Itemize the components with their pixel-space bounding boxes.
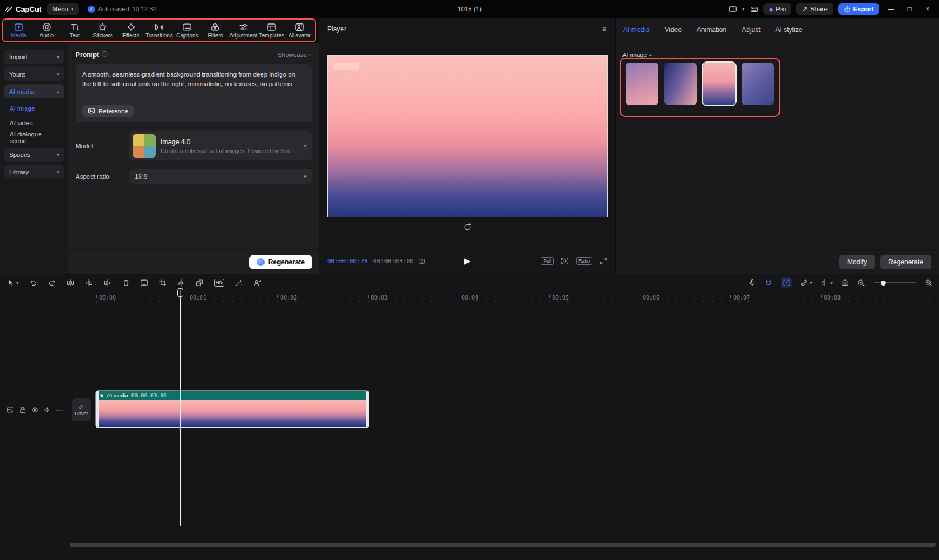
ruler-label: 00:07 [733, 295, 750, 301]
minimize-button[interactable]: — [884, 5, 898, 13]
zoom-slider-handle[interactable] [881, 281, 886, 286]
zoom-in-icon[interactable] [924, 279, 932, 287]
trim-left-icon[interactable] [85, 279, 93, 287]
aspect-ratio-select[interactable]: 16:9 ▾ [129, 169, 312, 184]
keyboard-shortcuts-icon[interactable] [750, 5, 758, 13]
tab-adjustment[interactable]: Adjustment [229, 20, 257, 41]
link-icon[interactable]: ▾ [800, 279, 813, 287]
add-person-icon[interactable] [253, 279, 261, 287]
sidebar-item-ai-image[interactable]: AI image [4, 102, 64, 115]
fullscreen-icon[interactable] [600, 257, 607, 265]
regenerate-button-panel[interactable]: Regenerate [880, 255, 931, 269]
sidebar-item-ai-video[interactable]: AI video [4, 116, 64, 130]
tab-animation[interactable]: Animation [697, 26, 726, 34]
timeline-clip-ai-media[interactable]: ◆ AI media 00:00:03:00 [96, 391, 368, 427]
cover-button[interactable]: Cover [72, 398, 91, 421]
sidebar-item-ai-media[interactable]: AI media ▴ [4, 84, 64, 98]
ai-image-thumb-4[interactable] [742, 63, 774, 105]
tab-media[interactable]: Media [4, 20, 32, 41]
player-menu-icon[interactable]: ≡ [602, 25, 606, 33]
maximize-button[interactable]: □ [903, 5, 916, 13]
model-select[interactable]: Image 4.0 Create a cohesive set of image… [129, 131, 312, 160]
tab-ai-avatar[interactable]: AI avatar [286, 20, 314, 41]
sidebar-item-spaces[interactable]: Spaces ▾ [4, 148, 64, 162]
eye-icon[interactable] [31, 406, 39, 414]
focus-icon[interactable] [561, 257, 569, 265]
select-tool-icon[interactable]: ▾ [7, 279, 19, 287]
full-quality-badge[interactable]: Full [541, 257, 554, 265]
rotate-icon[interactable] [463, 222, 472, 231]
tab-templates[interactable]: Templates [257, 20, 285, 41]
timeline-ruler[interactable]: 00:00 00:01 00:02 00:03 00:04 00:05 00:0… [0, 292, 939, 303]
snap-icon[interactable] [781, 277, 792, 288]
watermark-badge [333, 63, 359, 70]
track-thumbnail-icon[interactable] [7, 406, 14, 414]
mic-icon[interactable] [748, 279, 756, 287]
tab-video[interactable]: Video [664, 26, 681, 34]
redo-icon[interactable] [48, 279, 56, 287]
chevron-down-icon: ▾ [71, 6, 74, 12]
close-button[interactable]: × [921, 5, 935, 13]
tab-transitions[interactable]: Transitions [145, 20, 173, 41]
smart-hd-button[interactable]: HD [214, 279, 224, 287]
sidebar-item-library[interactable]: Library ▾ [4, 165, 64, 179]
info-icon: ⓘ [102, 51, 108, 59]
ruler-label: 00:04 [461, 295, 478, 301]
tab-stickers[interactable]: Stickers [89, 20, 117, 41]
modify-button[interactable]: Modify [839, 255, 875, 269]
share-button[interactable]: ↗ Share [796, 3, 833, 15]
playhead-handle[interactable] [177, 288, 183, 297]
ai-image-thumb-1[interactable] [626, 63, 658, 105]
speaker-icon[interactable] [44, 406, 51, 414]
tab-effects[interactable]: Effects [117, 20, 145, 41]
tab-captions[interactable]: Captions [173, 20, 201, 41]
export-button[interactable]: Export [838, 3, 879, 15]
mirror-icon[interactable] [177, 279, 185, 287]
menu-button[interactable]: Menu ▾ [47, 3, 78, 15]
showcase-link[interactable]: Showcase › [277, 51, 311, 58]
crop-icon[interactable] [159, 279, 167, 287]
undo-icon[interactable] [30, 279, 37, 287]
screenshot-icon[interactable] [841, 279, 849, 287]
replace-icon[interactable] [196, 279, 204, 287]
model-label: Model [76, 143, 129, 149]
stickers-icon [98, 22, 107, 32]
chevron-down-icon[interactable]: ▾ [742, 6, 745, 12]
tab-ai-stylize[interactable]: AI stylize [776, 26, 803, 34]
ai-image-thumb-3[interactable] [703, 63, 735, 105]
enhance-icon[interactable] [235, 279, 243, 287]
panel-layout-icon[interactable] [729, 5, 737, 13]
magnet-icon[interactable] [765, 279, 772, 287]
media-icon [14, 22, 23, 32]
sidebar-item-yours[interactable]: Yours ▾ [4, 67, 64, 81]
preview-canvas[interactable] [328, 56, 607, 217]
sidebar-item-ai-dialogue-scene[interactable]: AI dialogue scene [4, 131, 64, 144]
more-options-icon[interactable]: ⋯ [56, 406, 63, 414]
reference-button[interactable]: Reference [82, 105, 134, 117]
delete-icon[interactable] [122, 279, 130, 287]
tab-ai-media[interactable]: AI media [623, 26, 649, 34]
playhead[interactable] [180, 290, 181, 526]
tab-adjust[interactable]: Adjust [742, 26, 760, 34]
mask-icon[interactable] [140, 279, 148, 287]
pro-button[interactable]: ◆ Pro [763, 3, 792, 15]
frame-view-icon[interactable] [418, 258, 426, 265]
zoom-slider[interactable] [874, 282, 916, 283]
ratio-badge[interactable]: Ratio [576, 257, 592, 265]
tab-text[interactable]: Text [61, 20, 89, 41]
prompt-input[interactable]: A smooth, seamless gradient background t… [76, 64, 312, 122]
regenerate-button[interactable]: Regenerate [249, 255, 312, 269]
ai-image-thumb-2[interactable] [664, 63, 697, 105]
play-button[interactable]: ▶ [464, 256, 471, 266]
horizontal-scrollbar[interactable] [70, 543, 936, 547]
split-icon[interactable] [67, 279, 74, 287]
lock-icon[interactable] [19, 406, 26, 414]
audio-icon [42, 22, 51, 32]
chevron-down-icon: ▾ [304, 143, 306, 149]
trim-right-icon[interactable] [103, 279, 111, 287]
preview-axis-icon[interactable]: ▾ [820, 279, 833, 287]
zoom-out-icon[interactable] [857, 279, 865, 287]
sidebar-item-import[interactable]: Import ▾ [4, 50, 64, 64]
tab-audio[interactable]: Audio [32, 20, 60, 41]
tab-filters[interactable]: Filters [201, 20, 229, 41]
